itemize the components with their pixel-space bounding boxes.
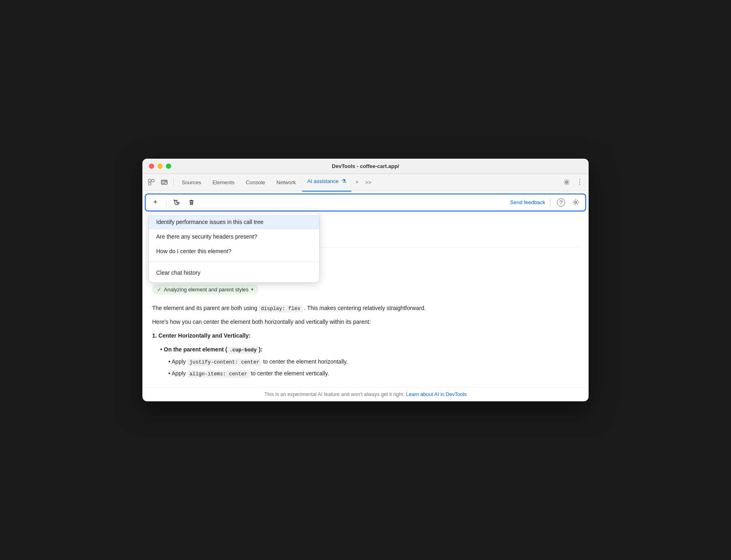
display-flex-code: display: flex [259,305,303,312]
device-icon[interactable] [159,177,170,188]
ai-learn-link[interactable]: Learn about AI in DevTools [406,392,467,397]
close-button[interactable] [149,164,154,169]
heading-center: 1. Center Horizontally and Vertically: [152,331,579,341]
more-options-icon[interactable]: ⋮ [574,177,585,188]
tab-close-button[interactable]: × [353,178,361,186]
tab-sources[interactable]: Sources [177,177,206,188]
devtools-window: DevTools - coffee-cart.app/ Sources [142,159,589,402]
toolbar-right: Send feedback ? [510,197,581,208]
send-feedback-link[interactable]: Send feedback [510,199,545,205]
clear-chat-button[interactable]: Clear chat history [149,265,319,280]
tab-console[interactable]: Console [241,177,270,188]
dropdown-suggestions: Identify performance issues in this call… [149,212,319,261]
toolbar-divider [166,198,166,207]
history-button[interactable] [171,197,183,208]
minimize-button[interactable] [157,164,163,169]
check-icon-2: ✓ [157,286,161,293]
tab-network[interactable]: Network [272,177,301,188]
ai-response-body: The element and its parent are both usin… [150,304,580,379]
tab-elements[interactable]: Elements [208,177,239,188]
traffic-lights [149,164,171,169]
svg-point-7 [575,201,577,203]
cursor-icon[interactable] [146,177,157,188]
sub-bullet-align: • Apply align-items: center to center th… [168,369,579,379]
more-tabs-button[interactable]: >> [363,178,374,187]
settings-icon[interactable] [561,177,572,188]
sub-bullet-justify: • Apply justify-content: center to cente… [168,357,579,367]
dropdown-menu: Identify performance issues in this call… [149,212,319,282]
dropdown-item-center[interactable]: How do I center this element? [149,244,319,258]
new-chat-button[interactable]: + [150,197,161,208]
intro-paragraph: The element and its parent are both usin… [152,304,579,313]
dropdown-item-performance[interactable]: Identify performance issues in this call… [149,215,319,229]
tab-bar: Sources Elements Console Network AI assi… [142,174,589,191]
svg-point-6 [566,181,568,183]
svg-rect-1 [152,179,154,182]
how-to-paragraph: Here's how you can center the element bo… [152,317,579,327]
status-pill-2[interactable]: ✓ Analyzing element and parent styles ▾ [152,284,580,299]
tab-bar-left: Sources Elements Console Network AI assi… [146,176,561,189]
toolbar-left: + [150,197,197,208]
dropdown-separator [149,262,319,262]
justify-content-code: justify-content: center [187,359,262,366]
align-items-code: align-items: center [187,370,249,378]
window-title: DevTools - coffee-cart.app/ [332,163,399,169]
dropdown-item-security[interactable]: Are there any security headers present? [149,229,319,244]
ai-toolbar: + Identify performance is [145,194,586,211]
dropdown-actions: Clear chat history [149,263,319,282]
maximize-button[interactable] [166,164,171,169]
bullet-parent-element: • On the parent element (.cup-body): [160,345,579,355]
ai-settings-button[interactable] [570,197,581,208]
title-bar: DevTools - coffee-cart.app/ [142,159,589,174]
delete-button[interactable] [186,197,197,208]
cup-body-code: .cup-body [227,347,259,354]
svg-rect-5 [166,181,166,182]
help-button[interactable]: ? [555,197,567,208]
feedback-divider [550,198,550,207]
tab-divider [173,178,174,186]
chevron-down-icon-2: ▾ [251,287,254,292]
svg-rect-2 [148,183,151,185]
footer: This is an experimental AI feature and w… [142,387,589,401]
svg-rect-4 [163,181,165,183]
tab-ai-assistance[interactable]: AI assistance ⚗ [302,176,351,189]
svg-rect-0 [148,179,151,182]
tab-bar-right: ⋮ [561,177,585,188]
